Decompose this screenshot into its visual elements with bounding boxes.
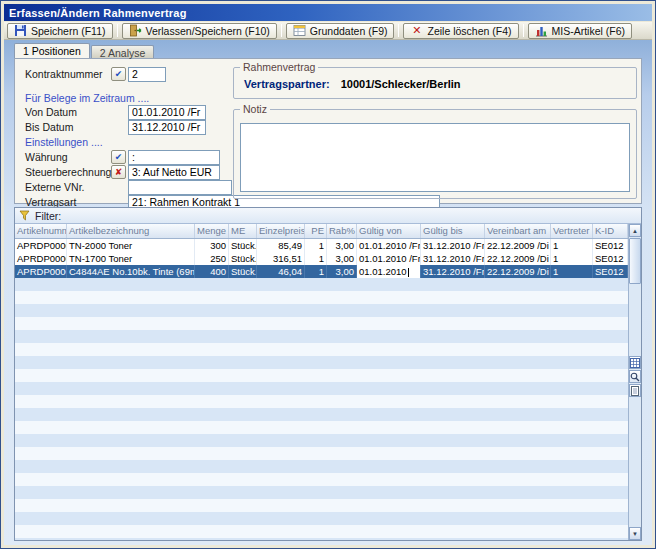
text-caret — [408, 268, 409, 277]
cell-einzelpreis[interactable]: 46,04 — [257, 265, 305, 278]
column-header-kid[interactable]: K-ID — [593, 224, 628, 238]
cell-einzelpreis[interactable]: 316,51 — [257, 252, 305, 265]
cell-artikelnummer[interactable]: APRDP00002 — [15, 252, 67, 265]
workspace: 1 Positionen 2 Analyse Kontraktnummer ✔ … — [4, 40, 652, 545]
notiz-textarea[interactable] — [240, 123, 630, 192]
cell-vereinbart-am[interactable]: 22.12.2009 /Di — [485, 252, 551, 265]
cell-artikelnummer[interactable]: APRDP00004 — [15, 265, 67, 278]
save-button[interactable]: Speichern (F11) — [7, 23, 113, 39]
cell-pe[interactable]: 1 — [305, 252, 327, 265]
bis-datum-input[interactable]: 31.12.2010 /Fr — [128, 120, 206, 135]
leave-save-button-label: Verlassen/Speichern (F10) — [146, 25, 270, 37]
cell-kid[interactable]: SE012 — [593, 239, 628, 252]
mis-artikel-button[interactable]: MIS-Artikel (F6) — [528, 23, 633, 39]
vertragspartner-row: Vertragspartner: 10001/Schlecker/Berlin — [244, 78, 630, 90]
cell-artikelnummer[interactable]: APRDP00001_ — [15, 239, 67, 252]
column-header-einzelpreis[interactable]: Einzelpreis — [257, 224, 305, 238]
cell-vereinbart-am[interactable]: 22.12.2009 /Di — [485, 265, 551, 278]
cell-vereinbart-am[interactable]: 22.12.2009 /Di — [485, 239, 551, 252]
base-data-button[interactable]: Grunddaten (F9) — [286, 23, 395, 39]
column-header-me[interactable]: ME — [229, 224, 257, 238]
table-view-icon[interactable] — [629, 356, 641, 369]
tab-positionen[interactable]: 1 Positionen — [14, 43, 90, 58]
leave-save-button[interactable]: Verlassen/Speichern (F10) — [122, 23, 277, 39]
cell-kid[interactable]: SE012 — [593, 252, 628, 265]
mis-artikel-button-label: MIS-Artikel (F6) — [552, 25, 626, 37]
cell-pe[interactable]: 1 — [305, 265, 327, 278]
cell-artikelbezeichnung[interactable]: C4844AE No.10bk. Tinte (69ml) — [67, 265, 195, 278]
table-row[interactable]: APRDP00001_ TN-2000 Toner 300 Stück. 85,… — [15, 239, 628, 252]
exit-door-icon — [129, 24, 142, 37]
kontraktnummer-input[interactable]: 2 — [128, 67, 166, 82]
cell-vertreter[interactable]: 1 — [551, 252, 593, 265]
steuerberechnung-input[interactable]: 3: Auf Netto EUR — [128, 165, 220, 180]
von-datum-input[interactable]: 01.01.2010 /Fr — [128, 105, 206, 120]
cell-vertreter[interactable]: 1 — [551, 239, 593, 252]
cell-menge[interactable]: 400 — [195, 265, 229, 278]
cell-gueltig-bis[interactable]: 31.12.2010 /Fr — [421, 239, 485, 252]
toolbar-separator — [398, 24, 399, 37]
chevron-up-icon: ▲ — [632, 228, 638, 234]
cell-gueltig-von[interactable]: 01.01.2010 /Fr — [357, 252, 421, 265]
filter-funnel-icon[interactable] — [19, 210, 30, 221]
scroll-up-button[interactable]: ▲ — [629, 224, 641, 237]
cell-gueltig-von[interactable]: 01.01.2010 /Fr — [357, 239, 421, 252]
toolbar-separator — [523, 24, 524, 37]
scrollbar-thumb[interactable] — [629, 238, 641, 284]
cell-gueltig-bis[interactable]: 31.12.2010 /Fr — [421, 265, 485, 278]
column-header-vertreter[interactable]: Vertreter — [551, 224, 593, 238]
column-header-gueltig-bis[interactable]: Gültig bis — [421, 224, 485, 238]
scroll-down-button[interactable]: ▼ — [629, 527, 641, 540]
steuerberechnung-lookup-button[interactable]: ✘ — [111, 165, 126, 179]
column-header-gueltig-von[interactable]: Gültig von — [357, 224, 421, 238]
cell-me[interactable]: Stück. — [229, 239, 257, 252]
cell-rab[interactable]: 3,00 — [327, 239, 357, 252]
delete-row-button[interactable]: ✕ Zeile löschen (F4) — [403, 23, 518, 39]
cell-einzelpreis[interactable]: 85,49 — [257, 239, 305, 252]
cell-rab[interactable]: 3,00 — [327, 265, 357, 278]
cell-menge[interactable]: 250 — [195, 252, 229, 265]
tab-bar: 1 Positionen 2 Analyse — [14, 43, 155, 58]
cell-me[interactable]: Stück. — [229, 252, 257, 265]
cell-vertreter[interactable]: 1 — [551, 265, 593, 278]
kontraktnummer-label: Kontraktnummer — [25, 68, 103, 80]
cell-gueltig-bis[interactable]: 31.12.2010 /Fr — [421, 252, 485, 265]
vertical-scrollbar[interactable]: ▲ ▼ — [628, 224, 641, 540]
bar-chart-icon — [535, 24, 548, 37]
cell-me[interactable]: Stück. — [229, 265, 257, 278]
delete-x-icon: ✕ — [410, 24, 423, 37]
table-row[interactable]: APRDP00002 TN-1700 Toner 250 Stück. 316,… — [15, 252, 628, 265]
cell-rab[interactable]: 3,00 — [327, 252, 357, 265]
document-icon[interactable] — [629, 384, 641, 397]
column-header-pe[interactable]: PE — [305, 224, 327, 238]
table-row-selected[interactable]: APRDP00004 C4844AE No.10bk. Tinte (69ml)… — [15, 265, 628, 278]
externe-vnr-label: Externe VNr. — [25, 181, 85, 193]
kontraktnummer-lookup-button[interactable]: ✔ — [111, 67, 126, 81]
grid-columns-area: Artikelnummer Artikelbezeichnung Menge M… — [15, 224, 628, 540]
zeitraum-section-label: Für Belege im Zeitraum .... — [25, 92, 149, 104]
externe-vnr-input[interactable] — [128, 180, 232, 195]
column-header-artikelbezeichnung[interactable]: Artikelbezeichnung — [67, 224, 195, 238]
einstellungen-section-label: Einstellungen .... — [25, 136, 103, 148]
column-header-artikelnummer[interactable]: Artikelnummer — [15, 224, 67, 238]
waehrung-input[interactable]: : — [128, 150, 220, 165]
column-header-rab[interactable]: Rab% — [327, 224, 357, 238]
cell-gueltig-von-editing[interactable]: 01.01.2010 — [357, 265, 421, 278]
positions-form-panel: Kontraktnummer ✔ 2 Für Belege im Zeitrau… — [14, 58, 642, 204]
cell-menge[interactable]: 300 — [195, 239, 229, 252]
toolbar: Speichern (F11) Verlassen/Speichern (F10… — [4, 22, 652, 40]
search-icon[interactable] — [629, 370, 641, 383]
waehrung-lookup-button[interactable]: ✔ — [111, 150, 126, 164]
cell-artikelbezeichnung[interactable]: TN-2000 Toner — [67, 239, 195, 252]
cell-artikelbezeichnung[interactable]: TN-1700 Toner — [67, 252, 195, 265]
app-window: Erfassen/Ändern Rahmenvertrag Speichern … — [0, 0, 656, 549]
column-header-vereinbart-am[interactable]: Vereinbart am — [485, 224, 551, 238]
vertragspartner-label: Vertragspartner: — [244, 78, 330, 90]
cell-kid[interactable]: SE012 — [593, 265, 628, 278]
toolbar-separator — [281, 24, 282, 37]
empty-rows-area — [15, 278, 628, 540]
cell-pe[interactable]: 1 — [305, 239, 327, 252]
tab-positionen-label: 1 Positionen — [23, 45, 81, 57]
tab-analyse[interactable]: 2 Analyse — [91, 45, 155, 58]
column-header-menge[interactable]: Menge — [195, 224, 229, 238]
